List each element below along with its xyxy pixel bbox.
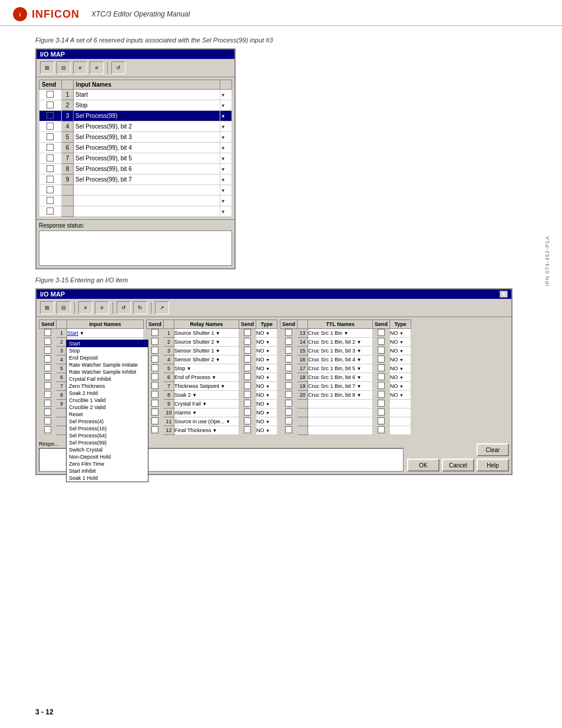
cancel-button[interactable]: Cancel bbox=[442, 459, 474, 472]
send-checkbox[interactable] bbox=[47, 186, 54, 193]
ttl-name-cell[interactable]: Cruc Src 1 Bin, bit 3 ▼ bbox=[308, 347, 373, 355]
dropdown-item[interactable]: Soak 1 Hold bbox=[67, 475, 148, 482]
send-cell[interactable] bbox=[39, 185, 62, 196]
relay-send-checkbox[interactable] bbox=[151, 347, 158, 354]
relay-name-arrow[interactable]: ▼ bbox=[224, 419, 230, 424]
send-checkbox[interactable] bbox=[47, 144, 54, 151]
dropdown-cell[interactable]: ▼ bbox=[220, 153, 232, 164]
dropdown-item[interactable]: Sel Process(16) bbox=[67, 425, 148, 432]
relay-send-cell[interactable] bbox=[147, 382, 164, 391]
toolbar-btn-5[interactable]: ↺ bbox=[111, 61, 125, 74]
ttl-send-cell[interactable] bbox=[280, 347, 297, 355]
ttl-type-send-checkbox[interactable] bbox=[378, 391, 385, 398]
relay-type-send-checkbox[interactable] bbox=[244, 373, 251, 380]
ttl-type-cell[interactable]: NO ▼ bbox=[390, 373, 411, 382]
relay-type-send-cell[interactable] bbox=[239, 338, 256, 347]
input-send-checkbox[interactable] bbox=[44, 400, 51, 407]
relay-type-send-checkbox[interactable] bbox=[244, 409, 251, 416]
dropdown-item[interactable]: Sel Process(99) bbox=[67, 439, 148, 446]
dropdown-arrow-icon[interactable]: ▼ bbox=[221, 209, 226, 215]
input-send-cell[interactable] bbox=[39, 382, 57, 391]
relay-type-send-cell[interactable] bbox=[239, 417, 256, 426]
input-send-cell[interactable] bbox=[39, 391, 57, 400]
relay-send-cell[interactable] bbox=[147, 391, 164, 400]
ttl-table-row[interactable]: 16 Cruc Src 1 Bin, bit 4 ▼ NO ▼ bbox=[280, 355, 411, 364]
send-cell[interactable] bbox=[39, 100, 62, 111]
ttl-name-cell[interactable] bbox=[308, 409, 373, 417]
ttl-table-row[interactable]: 14 Cruc Src 1 Bin, bit 2 ▼ NO ▼ bbox=[280, 338, 411, 347]
input-name-value[interactable]: Start bbox=[67, 330, 78, 336]
send-cell[interactable] bbox=[39, 111, 62, 121]
ttl-send-cell[interactable] bbox=[280, 417, 297, 426]
input-send-checkbox[interactable] bbox=[44, 409, 51, 416]
ttl-type-send-checkbox[interactable] bbox=[378, 364, 385, 371]
ttl-name-arrow[interactable]: ▼ bbox=[357, 340, 362, 345]
relay-type-send-checkbox[interactable] bbox=[244, 426, 251, 433]
ttl-type-send-cell[interactable] bbox=[373, 329, 390, 338]
relay-send-checkbox[interactable] bbox=[151, 382, 158, 389]
relay-send-checkbox[interactable] bbox=[151, 417, 158, 424]
dropdown-arrow-icon[interactable]: ▼ bbox=[221, 188, 226, 193]
relay-name-cell[interactable]: Crystal Fail ▼ bbox=[174, 400, 239, 409]
send-checkbox[interactable] bbox=[47, 112, 54, 119]
relay-type-send-checkbox[interactable] bbox=[244, 364, 251, 371]
input-send-checkbox[interactable] bbox=[44, 426, 51, 433]
name-cell[interactable]: Sel Process(99), bit 5 bbox=[74, 153, 220, 164]
ttl-type-send-checkbox[interactable] bbox=[378, 426, 385, 433]
relay-type-send-cell[interactable] bbox=[239, 373, 256, 382]
dropdown-arrow-icon[interactable]: ▼ bbox=[221, 167, 226, 172]
input-send-checkbox[interactable] bbox=[44, 373, 51, 380]
relay-send-cell[interactable] bbox=[147, 347, 164, 355]
relay-table-row[interactable]: 5 Stop ▼ NO ▼ bbox=[147, 364, 277, 373]
toolbar-btn-3[interactable]: ≡ bbox=[73, 61, 87, 74]
ttl-table-row[interactable] bbox=[280, 409, 411, 417]
dropdown-item[interactable]: Crystal Fail Inhibit bbox=[67, 375, 148, 383]
ttl-send-cell[interactable] bbox=[280, 391, 297, 400]
input-send-checkbox[interactable] bbox=[44, 355, 51, 363]
ttl-name-cell[interactable] bbox=[308, 417, 373, 426]
dropdown-item[interactable]: End Deposit bbox=[67, 354, 148, 361]
ttl-table-row[interactable] bbox=[280, 400, 411, 409]
ttl-type-cell[interactable]: NO ▼ bbox=[390, 382, 411, 391]
relay-table-row[interactable]: 10 Alarms ▼ NO ▼ bbox=[147, 409, 277, 417]
ttl-type-send-checkbox[interactable] bbox=[378, 355, 385, 363]
relay-name-cell[interactable]: Source Shutter 2 ▼ bbox=[174, 338, 239, 347]
ttl-name-arrow[interactable]: ▼ bbox=[357, 366, 362, 371]
dropdown-arrow-icon[interactable]: ▼ bbox=[221, 199, 226, 204]
ttl-type-send-cell[interactable] bbox=[373, 373, 390, 382]
relay-type-cell[interactable]: NO ▼ bbox=[256, 329, 277, 338]
ttl-type-send-checkbox[interactable] bbox=[378, 347, 385, 354]
relay-type-send-cell[interactable] bbox=[239, 355, 256, 364]
table-row[interactable]: 4 Sel Process(99), bit 2 ▼ bbox=[39, 121, 232, 132]
name-cell[interactable]: Start bbox=[74, 90, 220, 100]
table-row[interactable]: 5 Sel Process(99), bit 3 ▼ bbox=[39, 132, 232, 143]
table-row[interactable]: 9 Sel Process(99), bit 7 ▼ bbox=[39, 174, 232, 185]
input-send-checkbox[interactable] bbox=[44, 391, 51, 398]
toolbar-btn-l4[interactable]: ≡ bbox=[95, 301, 109, 314]
name-cell[interactable]: Sel Process(99), bit 6 bbox=[74, 164, 220, 174]
input-send-checkbox[interactable] bbox=[44, 329, 51, 336]
clear-button[interactable]: Clear bbox=[477, 443, 509, 456]
ttl-type-send-checkbox[interactable] bbox=[378, 329, 385, 336]
relay-type-send-checkbox[interactable] bbox=[244, 417, 251, 424]
ttl-type-send-cell[interactable] bbox=[373, 391, 390, 400]
relay-send-cell[interactable] bbox=[147, 417, 164, 426]
relay-name-cell[interactable]: Thickness Setpoint ▼ bbox=[174, 382, 239, 391]
relay-name-arrow[interactable]: ▼ bbox=[214, 357, 220, 363]
ttl-send-checkbox[interactable] bbox=[285, 409, 292, 416]
dropdown-arrow-icon[interactable]: ▼ bbox=[221, 124, 226, 130]
relay-name-arrow[interactable]: ▼ bbox=[186, 366, 191, 371]
ttl-table-row[interactable] bbox=[280, 426, 411, 435]
input-dropdown-arrow[interactable]: ▼ bbox=[80, 331, 84, 336]
ttl-name-cell[interactable]: Cruc Src 1 Bin ▼ bbox=[308, 329, 373, 338]
dropdown-item[interactable]: Rate Watcher Sample Initiate bbox=[67, 361, 148, 368]
table-row[interactable]: ▼ bbox=[39, 206, 232, 217]
relay-send-checkbox[interactable] bbox=[151, 409, 158, 416]
input-send-cell[interactable] bbox=[39, 329, 57, 338]
toolbar-btn-l5[interactable]: ↺ bbox=[117, 301, 131, 314]
relay-send-cell[interactable] bbox=[147, 373, 164, 382]
relay-type-cell[interactable]: NO ▼ bbox=[256, 400, 277, 409]
relay-name-cell[interactable]: Sensor Shutter 1 ▼ bbox=[174, 347, 239, 355]
ttl-type-send-cell[interactable] bbox=[373, 382, 390, 391]
dropdown-item[interactable]: Crucible 2 Valid bbox=[67, 404, 148, 411]
